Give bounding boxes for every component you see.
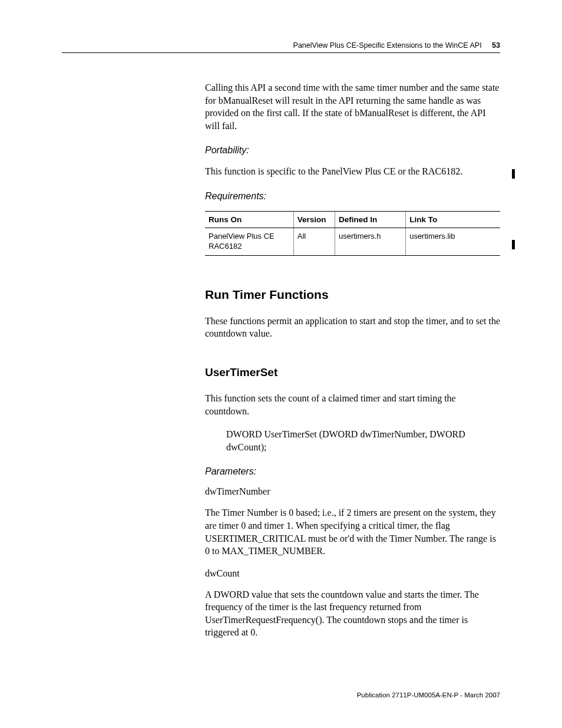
function-signature: DWORD UserTimerSet (DWORD dwTimerNumber,… <box>226 428 500 453</box>
intro-paragraph: Calling this API a second time with the … <box>205 81 500 132</box>
col-defined-in: Defined In <box>335 211 405 228</box>
change-bar-icon <box>512 169 515 179</box>
parameters-heading: Parameters: <box>205 466 500 477</box>
col-runs-on: Runs On <box>205 211 293 228</box>
page-number: 53 <box>492 41 500 50</box>
usertimerset-intro: This function sets the count of a claime… <box>205 392 500 417</box>
param2-desc: A DWORD value that sets the countdown va… <box>205 588 500 639</box>
cell-link-to: usertimers.lib <box>406 228 500 255</box>
table-row: PanelView Plus CE RAC6182 All usertimers… <box>205 228 500 255</box>
table-header-row: Runs On Version Defined In Link To <box>205 211 500 228</box>
param1-desc: The Timer Number is 0 based; i.e., if 2 … <box>205 506 500 557</box>
run-timer-heading: Run Timer Functions <box>205 288 500 302</box>
portability-heading: Portability: <box>205 145 500 156</box>
requirements-heading: Requirements: <box>205 191 500 202</box>
main-content: Calling this API a second time with the … <box>205 81 500 639</box>
col-version: Version <box>293 211 335 228</box>
cell-version: All <box>293 228 335 255</box>
usertimerset-heading: UserTimerSet <box>205 366 500 379</box>
col-link-to: Link To <box>406 211 500 228</box>
cell-runs-on: PanelView Plus CE RAC6182 <box>205 228 293 255</box>
header-title: PanelView Plus CE-Specific Extensions to… <box>293 41 482 50</box>
requirements-table: Runs On Version Defined In Link To Panel… <box>205 211 500 256</box>
run-timer-text: These functions permit an application to… <box>205 315 500 340</box>
header-rule <box>62 52 500 53</box>
param2-name: dwCount <box>205 568 500 579</box>
change-bar-icon <box>512 240 515 249</box>
portability-text: This function is specific to the PanelVi… <box>205 165 500 178</box>
page-header: PanelView Plus CE-Specific Extensions to… <box>62 41 500 50</box>
cell-defined-in: usertimers.h <box>335 228 405 255</box>
publication-footer: Publication 2711P-UM005A-EN-P - March 20… <box>357 691 500 699</box>
param1-name: dwTimerNumber <box>205 486 500 497</box>
